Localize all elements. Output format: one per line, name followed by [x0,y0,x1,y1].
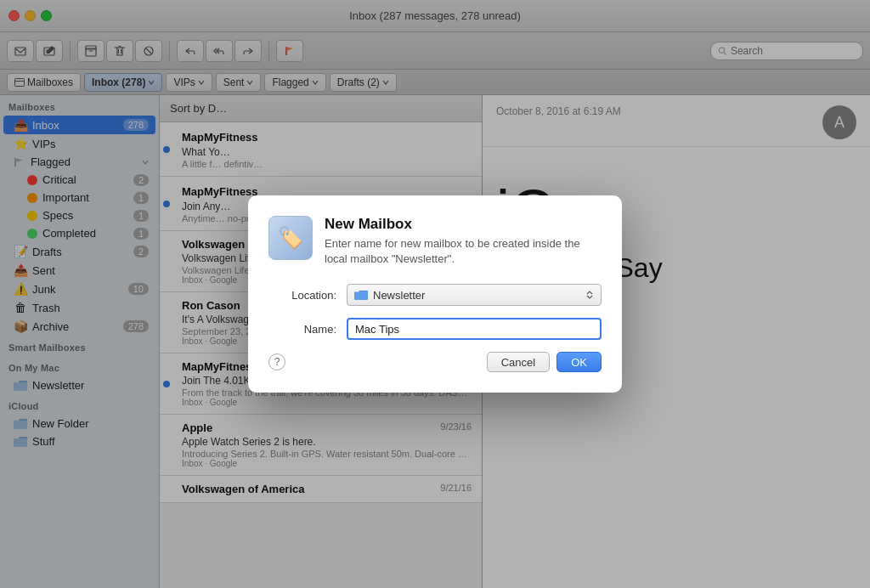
modal-footer: ? Cancel OK [268,352,602,372]
modal-mailbox-icon [268,216,313,260]
modal-overlay: New Mailbox Enter name for new mailbox t… [0,0,870,588]
modal-buttons: Cancel OK [487,352,602,372]
cancel-button[interactable]: Cancel [487,352,550,372]
location-value: Newsletter [373,289,425,302]
modal-name-input[interactable] [347,318,602,340]
new-mailbox-modal: New Mailbox Enter name for new mailbox t… [248,195,622,393]
ok-button[interactable]: OK [556,352,602,372]
modal-location-label: Location: [268,289,336,302]
modal-header-text: New Mailbox Enter name for new mailbox t… [325,216,602,267]
modal-location-select[interactable]: Newsletter [347,284,602,306]
modal-location-row: Location: Newsletter [268,284,602,306]
modal-name-label: Name: [268,323,336,336]
help-button[interactable]: ? [268,353,285,370]
modal-description: Enter name for new mailbox to be created… [325,236,602,267]
modal-title: New Mailbox [325,216,602,233]
modal-name-row: Name: [268,318,602,340]
modal-header: New Mailbox Enter name for new mailbox t… [268,216,602,267]
location-select-arrows [585,291,594,299]
location-folder-icon [354,290,368,300]
